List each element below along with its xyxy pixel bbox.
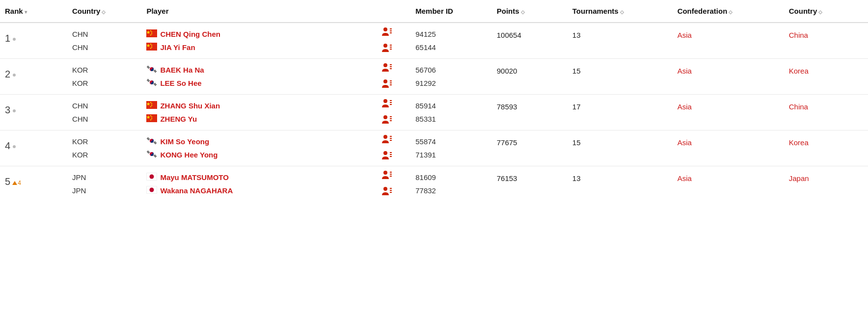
profile-list-icon[interactable] bbox=[382, 27, 406, 38]
svg-point-84 bbox=[383, 151, 387, 155]
tournaments-cell: 15 bbox=[568, 130, 673, 166]
country-code: KOR bbox=[72, 151, 137, 159]
profile-list-icon[interactable] bbox=[382, 99, 406, 110]
member-id: 65144 bbox=[415, 43, 487, 52]
column-header-icon bbox=[377, 0, 410, 23]
player-name[interactable]: BAEK Ha Na bbox=[160, 66, 204, 74]
column-header-player[interactable]: Player bbox=[141, 0, 377, 23]
rank-cell: 2 bbox=[0, 59, 67, 95]
confederation-cell[interactable]: Asia bbox=[673, 59, 784, 95]
confederation-cell[interactable]: Asia bbox=[673, 95, 784, 130]
player-row: BAEK Ha Na bbox=[146, 63, 372, 77]
flag-icon bbox=[146, 43, 157, 52]
player-name[interactable]: CHEN Qing Chen bbox=[160, 30, 220, 38]
flag-icon bbox=[146, 186, 157, 195]
confederation-cell[interactable]: Asia bbox=[673, 23, 784, 59]
column-header-rank[interactable]: Rank▾ bbox=[0, 0, 67, 23]
confederation-cell[interactable]: Asia bbox=[673, 166, 784, 202]
country-code: CHN bbox=[72, 43, 137, 52]
member-id-cell: 5670691292 bbox=[410, 59, 492, 95]
sort-icon[interactable]: ◇ bbox=[620, 9, 624, 15]
rank-dot bbox=[13, 145, 16, 148]
column-header-points[interactable]: Points◇ bbox=[492, 0, 568, 23]
member-id: 71391 bbox=[415, 151, 487, 159]
player-name[interactable]: Wakana NAGAHARA bbox=[160, 186, 233, 195]
svg-point-12 bbox=[383, 27, 387, 31]
player-name[interactable]: Mayu MATSUMOTO bbox=[160, 173, 228, 181]
player-name[interactable]: JIA Yi Fan bbox=[160, 43, 195, 52]
points-cell: 77675 bbox=[492, 130, 568, 166]
player-name[interactable]: LEE So Hee bbox=[160, 79, 201, 87]
country-code-cell: KORKOR bbox=[67, 59, 142, 95]
member-id-cell: 8160977832 bbox=[410, 166, 492, 202]
column-header-confederation[interactable]: Confederation◇ bbox=[673, 0, 784, 23]
player-row: JIA Yi Fan bbox=[146, 41, 372, 54]
table-row: 54JPNJPNMayu MATSUMOTOWakana NAGAHARA 81… bbox=[0, 166, 868, 202]
tournaments-cell: 13 bbox=[568, 166, 673, 202]
flag-icon bbox=[146, 150, 157, 159]
country-code: JPN bbox=[72, 186, 137, 195]
country-name-cell[interactable]: China bbox=[784, 95, 868, 130]
rank-change: 4 bbox=[12, 180, 21, 186]
svg-point-40 bbox=[383, 79, 387, 83]
confederation-cell[interactable]: Asia bbox=[673, 130, 784, 166]
profile-list-icon[interactable] bbox=[382, 170, 406, 181]
player-row: ZHANG Shu Xian bbox=[146, 99, 372, 112]
points-cell: 76153 bbox=[492, 166, 568, 202]
kor-flag bbox=[146, 79, 157, 88]
country-name-cell[interactable]: Korea bbox=[784, 59, 868, 95]
member-id: 81609 bbox=[415, 173, 487, 181]
tournaments-cell: 15 bbox=[568, 59, 673, 95]
flag-icon bbox=[146, 137, 157, 146]
sort-icon[interactable]: ▾ bbox=[25, 9, 27, 15]
sort-icon[interactable]: ◇ bbox=[729, 9, 732, 15]
rank-number: 2 bbox=[5, 69, 10, 79]
table-row: 2KORKOR BAEK Ha Na LEE So bbox=[0, 59, 868, 95]
player-row: Mayu MATSUMOTO bbox=[146, 171, 372, 184]
profile-icon-cell bbox=[377, 95, 410, 130]
member-id-cell: 9412565144 bbox=[410, 23, 492, 59]
svg-point-36 bbox=[383, 63, 387, 67]
column-header-member_id[interactable]: Member ID bbox=[410, 0, 492, 23]
profile-list-icon[interactable] bbox=[382, 79, 406, 90]
player-name[interactable]: ZHANG Shu Xian bbox=[160, 102, 220, 110]
column-header-tournaments[interactable]: Tournaments◇ bbox=[568, 0, 673, 23]
profile-list-icon[interactable] bbox=[382, 115, 406, 126]
profile-list-icon[interactable] bbox=[382, 134, 406, 146]
country-code: CHN bbox=[72, 30, 137, 38]
player-row: ZHENG Yu bbox=[146, 112, 372, 126]
country-name-cell[interactable]: Japan bbox=[784, 166, 868, 202]
column-header-country_name[interactable]: Country◇ bbox=[784, 0, 868, 23]
member-id-cell: 5587471391 bbox=[410, 130, 492, 166]
points-cell: 100654 bbox=[492, 23, 568, 59]
player-name[interactable]: KONG Hee Yong bbox=[160, 151, 217, 159]
rank-up-icon bbox=[12, 181, 17, 185]
player-cell: ZHANG Shu Xian ZHENG Yu bbox=[141, 95, 377, 130]
column-header-country[interactable]: Country◇ bbox=[67, 0, 142, 23]
flag-icon bbox=[146, 114, 157, 124]
sort-icon[interactable]: ◇ bbox=[102, 9, 106, 15]
player-row: LEE So Hee bbox=[146, 77, 372, 90]
profile-icon-cell bbox=[377, 23, 410, 59]
member-id: 91292 bbox=[415, 79, 487, 87]
rank-dot bbox=[13, 74, 16, 77]
profile-list-icon[interactable] bbox=[382, 63, 406, 74]
rank-cell: 54 bbox=[0, 166, 67, 202]
country-code-cell: CHNCHN bbox=[67, 95, 142, 130]
profile-list-icon[interactable] bbox=[382, 43, 406, 54]
header-label: Rank bbox=[5, 7, 23, 15]
sort-icon[interactable]: ◇ bbox=[818, 9, 822, 15]
sort-icon[interactable]: ◇ bbox=[521, 9, 525, 15]
profile-list-icon[interactable] bbox=[382, 151, 406, 162]
country-name-cell[interactable]: Korea bbox=[784, 130, 868, 166]
player-name[interactable]: KIM So Yeong bbox=[160, 137, 209, 146]
table-row: 1CHNCHN CHEN Qing Chen JIA Yi Fan bbox=[0, 23, 868, 59]
rank-dot bbox=[13, 38, 16, 41]
header-label: Player bbox=[146, 7, 168, 15]
country-name-cell[interactable]: China bbox=[784, 23, 868, 59]
player-name[interactable]: ZHENG Yu bbox=[160, 115, 197, 123]
profile-list-icon[interactable] bbox=[382, 186, 406, 198]
player-cell: Mayu MATSUMOTOWakana NAGAHARA bbox=[141, 166, 377, 202]
flag-icon bbox=[146, 78, 157, 88]
points-cell: 90020 bbox=[492, 59, 568, 95]
